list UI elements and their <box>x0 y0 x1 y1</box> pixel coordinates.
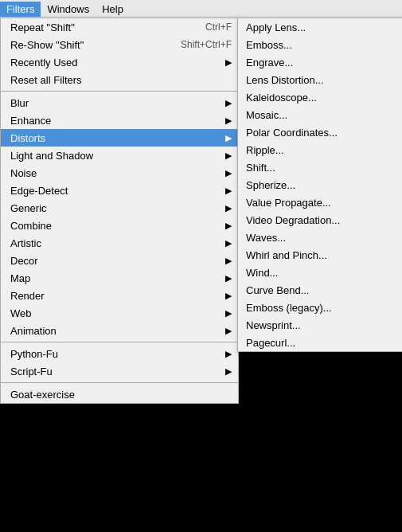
submenu-label-waves: Waves... <box>246 232 397 244</box>
arrow-icon-recently-used: ▶ <box>225 57 232 68</box>
menu-item-render[interactable]: Render▶ <box>1 287 238 304</box>
menu-item-label-python-fu: Python-Fu <box>10 348 225 360</box>
submenu-item-video-degradation[interactable]: Video Degradation... <box>238 211 402 229</box>
submenu-item-kaleidoscope[interactable]: Kaleidoscope... <box>238 88 402 106</box>
menu-item-label-map: Map <box>10 272 225 284</box>
menu-item-label-render: Render <box>10 290 225 302</box>
submenu-item-ripple[interactable]: Ripple... <box>238 141 402 158</box>
submenu-label-curve-bend: Curve Bend... <box>246 284 397 296</box>
submenu-label-polar-coordinates: Polar Coordinates... <box>246 127 397 139</box>
arrow-icon-animation: ▶ <box>225 326 232 336</box>
menu-item-combine[interactable]: Combine▶ <box>1 217 238 234</box>
submenu-item-emboss-legacy[interactable]: Emboss (legacy)... <box>238 299 402 316</box>
submenu-label-emboss-legacy: Emboss (legacy)... <box>246 302 397 314</box>
menu-item-label-animation: Animation <box>10 325 225 337</box>
menu-item-light-shadow[interactable]: Light and Shadow▶ <box>1 147 238 164</box>
submenu-item-shift[interactable]: Shift... <box>238 158 402 176</box>
arrow-icon-light-shadow: ▶ <box>225 151 232 161</box>
filters-dropdown: Repeat "Shift"Ctrl+FRe-Show "Shift"Shift… <box>0 18 239 404</box>
menu-item-goat-exercise[interactable]: Goat-exercise <box>1 385 238 403</box>
menu-item-label-combine: Combine <box>10 220 225 232</box>
menu-item-recently-used[interactable]: Recently Used▶ <box>1 53 238 71</box>
submenu-label-whirl-pinch: Whirl and Pinch... <box>246 249 397 261</box>
submenu-item-whirl-pinch[interactable]: Whirl and Pinch... <box>238 246 402 264</box>
arrow-icon-python-fu: ▶ <box>225 349 232 359</box>
menu-item-animation[interactable]: Animation▶ <box>1 322 238 339</box>
submenu-label-shift: Shift... <box>246 162 397 174</box>
menu-item-label-light-shadow: Light and Shadow <box>10 150 225 162</box>
menu-item-decor[interactable]: Decor▶ <box>1 252 238 269</box>
submenu-item-value-propagate[interactable]: Value Propagate... <box>238 194 402 211</box>
menu-item-distorts[interactable]: Distorts▶ <box>1 129 238 147</box>
menu-item-label-enhance: Enhance <box>10 115 225 127</box>
menu-item-label-blur: Blur <box>10 97 225 109</box>
submenu-label-video-degradation: Video Degradation... <box>246 214 397 226</box>
menu-item-python-fu[interactable]: Python-Fu▶ <box>1 345 238 362</box>
menu-item-blur[interactable]: Blur▶ <box>1 94 238 111</box>
menu-bar: Filters Windows Help <box>0 0 402 19</box>
submenu-label-pagecurl: Pagecurl... <box>246 337 397 349</box>
menu-item-generic[interactable]: Generic▶ <box>1 199 238 217</box>
menu-item-label-distorts: Distorts <box>10 132 225 144</box>
submenu-label-wind: Wind... <box>246 267 397 279</box>
arrow-icon-script-fu: ▶ <box>225 366 232 377</box>
menu-bar-filters[interactable]: Filters <box>0 2 41 17</box>
menu-item-repeat[interactable]: Repeat "Shift"Ctrl+F <box>1 18 238 36</box>
submenu-item-apply-lens[interactable]: Apply Lens... <box>238 18 402 36</box>
submenu-label-value-propagate: Value Propagate... <box>246 197 397 209</box>
menu-item-label-noise: Noise <box>10 167 225 179</box>
menu-item-web[interactable]: Web▶ <box>1 304 238 322</box>
arrow-icon-artistic: ▶ <box>225 238 232 248</box>
arrow-icon-edge-detect: ▶ <box>225 186 232 196</box>
arrow-icon-combine: ▶ <box>225 221 232 231</box>
menu-item-reshow[interactable]: Re-Show "Shift"Shift+Ctrl+F <box>1 36 238 53</box>
menu-item-label-reshow: Re-Show "Shift" <box>10 39 165 51</box>
submenu-item-pagecurl[interactable]: Pagecurl... <box>238 334 402 351</box>
menu-item-label-repeat: Repeat "Shift" <box>10 22 189 33</box>
submenu-item-engrave[interactable]: Engrave... <box>238 53 402 71</box>
submenu-item-spherize[interactable]: Spherize... <box>238 176 402 194</box>
menu-item-label-recently-used: Recently Used <box>10 57 225 68</box>
menu-item-map[interactable]: Map▶ <box>1 269 238 287</box>
menu-item-label-edge-detect: Edge-Detect <box>10 185 225 197</box>
submenu-item-emboss[interactable]: Emboss... <box>238 36 402 53</box>
menu-item-label-generic: Generic <box>10 202 225 214</box>
arrow-icon-map: ▶ <box>225 273 232 284</box>
submenu-label-spherize: Spherize... <box>246 179 397 191</box>
arrow-icon-render: ▶ <box>225 291 232 301</box>
arrow-icon-web: ▶ <box>225 308 232 319</box>
submenu-item-curve-bend[interactable]: Curve Bend... <box>238 281 402 299</box>
submenu-item-lens-distortion[interactable]: Lens Distortion... <box>238 71 402 88</box>
submenu-label-lens-distortion: Lens Distortion... <box>246 74 397 86</box>
submenu-label-kaleidoscope: Kaleidoscope... <box>246 92 397 104</box>
menu-item-label-decor: Decor <box>10 255 225 267</box>
submenu-label-newsprint: Newsprint... <box>246 319 397 331</box>
menu-item-enhance[interactable]: Enhance▶ <box>1 111 238 129</box>
shortcut-reshow: Shift+Ctrl+F <box>181 39 232 50</box>
distorts-submenu: Apply Lens...Emboss...Engrave...Lens Dis… <box>237 18 402 352</box>
arrow-icon-blur: ▶ <box>225 98 232 108</box>
divider-after-reset-all <box>1 91 238 92</box>
menu-item-reset-all[interactable]: Reset all Filters <box>1 71 238 88</box>
menu-item-artistic[interactable]: Artistic▶ <box>1 234 238 252</box>
divider-after-script-fu <box>1 382 238 383</box>
submenu-item-newsprint[interactable]: Newsprint... <box>238 316 402 334</box>
submenu-label-emboss: Emboss... <box>246 39 397 51</box>
menu-item-script-fu[interactable]: Script-Fu▶ <box>1 362 238 380</box>
menu-item-label-goat-exercise: Goat-exercise <box>10 389 232 401</box>
submenu-item-waves[interactable]: Waves... <box>238 229 402 246</box>
menu-bar-windows[interactable]: Windows <box>41 2 96 17</box>
submenu-item-mosaic[interactable]: Mosaic... <box>238 106 402 123</box>
submenu-label-apply-lens: Apply Lens... <box>246 22 397 33</box>
submenu-label-ripple: Ripple... <box>246 144 397 156</box>
menu-item-edge-detect[interactable]: Edge-Detect▶ <box>1 182 238 199</box>
menu-item-noise[interactable]: Noise▶ <box>1 164 238 182</box>
menu-bar-help[interactable]: Help <box>96 2 130 17</box>
menu-item-label-web: Web <box>10 307 225 319</box>
arrow-icon-noise: ▶ <box>225 168 232 178</box>
arrow-icon-distorts: ▶ <box>225 133 232 143</box>
submenu-item-polar-coordinates[interactable]: Polar Coordinates... <box>238 123 402 141</box>
arrow-icon-decor: ▶ <box>225 256 232 266</box>
divider-after-animation <box>1 342 238 342</box>
submenu-item-wind[interactable]: Wind... <box>238 264 402 281</box>
